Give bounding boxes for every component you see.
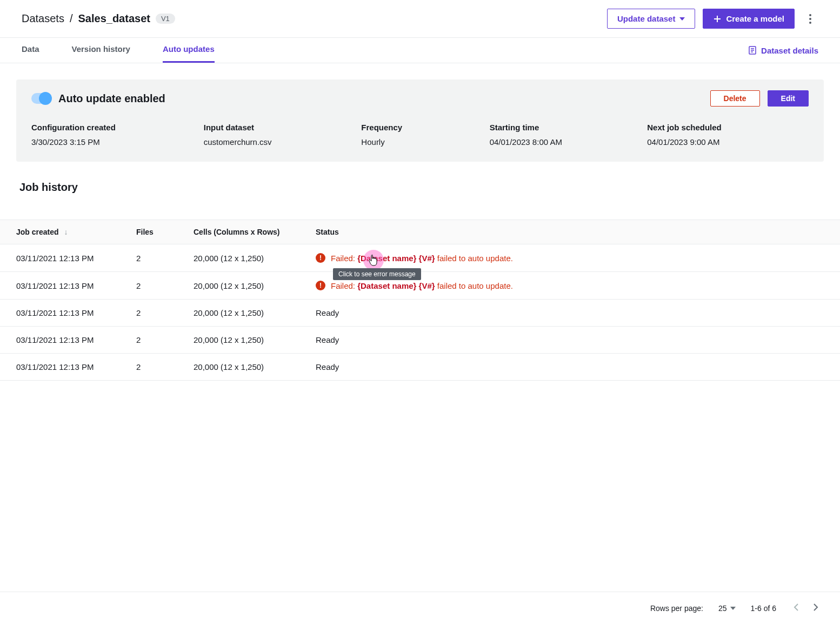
breadcrumb: Datasets / Sales_dataset V1 (22, 12, 175, 25)
col-job-created-label: Job created (16, 228, 59, 236)
cell-job-created: 03/11/2021 12:13 PM (0, 300, 130, 327)
starting-time-value: 04/01/2023 8:00 AM (490, 137, 637, 147)
frequency-value: Hourly (361, 137, 478, 147)
table-row: 03/11/2021 12:13 PM 2 20,000 (12 x 1,250… (0, 327, 840, 354)
cell-status: Ready (309, 354, 840, 381)
cell-files: 2 (130, 327, 187, 354)
page-range: 1-6 of 6 (751, 604, 776, 613)
config-created-label: Configuration created (31, 123, 193, 132)
header-actions: Update dataset Create a model (607, 9, 818, 29)
edit-button[interactable]: Edit (768, 90, 809, 107)
cell-job-created: 03/11/2021 12:13 PM (0, 272, 130, 300)
input-dataset: Input dataset customerchurn.csv (204, 123, 351, 147)
delete-button[interactable]: Delete (710, 90, 760, 107)
input-dataset-label: Input dataset (204, 123, 351, 132)
cell-job-created: 03/11/2021 12:13 PM (0, 327, 130, 354)
status-text: Failed: {Dataset name} {V#} failed to au… (331, 254, 513, 263)
prev-page-button[interactable] (791, 601, 801, 615)
cell-files: 2 (130, 244, 187, 272)
auto-update-card: Auto update enabled Delete Edit Configur… (16, 79, 824, 162)
tabs: Data Version history Auto updates (22, 38, 215, 63)
chevron-left-icon (794, 603, 799, 612)
job-history-table: Job created ↓ Files Cells (Columns x Row… (0, 220, 840, 381)
tab-version-history[interactable]: Version history (72, 38, 130, 63)
status-ready: Ready (316, 362, 339, 371)
next-job-value: 04/01/2023 9:00 AM (647, 137, 809, 147)
status-text: Failed: {Dataset name} {V#} failed to au… (331, 281, 513, 290)
version-badge: V1 (156, 14, 175, 24)
rows-per-page-value: 25 (718, 604, 727, 613)
cell-files: 2 (130, 272, 187, 300)
cell-files: 2 (130, 354, 187, 381)
rows-per-page-label: Rows per page: (650, 604, 703, 613)
tab-data[interactable]: Data (22, 38, 39, 63)
starting-time: Starting time 04/01/2023 8:00 AM (490, 123, 637, 147)
table-row: 03/11/2021 12:13 PM 2 20,000 (12 x 1,250… (0, 354, 840, 381)
cell-cells: 20,000 (12 x 1,250) (187, 244, 309, 272)
breadcrumb-current: Sales_dataset (78, 12, 150, 25)
chevron-right-icon (813, 603, 818, 612)
page-header: Datasets / Sales_dataset V1 Update datas… (0, 0, 840, 38)
update-dataset-label: Update dataset (617, 14, 676, 23)
breadcrumb-parent[interactable]: Datasets (22, 12, 64, 25)
job-history-title: Job history (19, 181, 824, 194)
update-dataset-button[interactable]: Update dataset (607, 9, 696, 29)
auto-update-title: Auto update enabled (58, 92, 165, 105)
document-icon (748, 46, 757, 55)
cell-cells: 20,000 (12 x 1,250) (187, 354, 309, 381)
tab-auto-updates[interactable]: Auto updates (163, 38, 215, 63)
config-created-value: 3/30/2023 3:15 PM (31, 137, 193, 147)
col-job-created[interactable]: Job created ↓ (0, 220, 130, 244)
error-tooltip: Click to see error message (333, 268, 421, 280)
table-row: 03/11/2021 12:13 PM 2 20,000 (12 x 1,250… (0, 244, 840, 272)
svg-point-2 (809, 22, 811, 24)
status-failed-link[interactable]: ! Failed: {Dataset name} {V#} failed to … (316, 281, 834, 290)
rows-per-page-select[interactable]: 25 (718, 604, 736, 613)
sort-down-icon: ↓ (64, 228, 68, 236)
error-icon: ! (316, 281, 325, 290)
status-ready: Ready (316, 335, 339, 344)
tabs-row: Data Version history Auto updates Datase… (0, 38, 840, 63)
cell-status: Ready (309, 327, 840, 354)
dataset-details-link[interactable]: Dataset details (748, 46, 818, 55)
more-options-button[interactable] (802, 10, 818, 28)
content: Auto update enabled Delete Edit Configur… (0, 63, 840, 220)
create-model-label: Create a model (726, 14, 784, 23)
next-job: Next job scheduled 04/01/2023 9:00 AM (647, 123, 809, 147)
cell-cells: 20,000 (12 x 1,250) (187, 300, 309, 327)
svg-point-0 (809, 14, 811, 16)
status-ready: Ready (316, 308, 339, 317)
config-grid: Configuration created 3/30/2023 3:15 PM … (31, 123, 809, 147)
cell-status: ! Failed: {Dataset name} {V#} failed to … (309, 244, 840, 272)
breadcrumb-separator: / (70, 12, 73, 25)
dataset-details-label: Dataset details (761, 46, 818, 55)
col-cells[interactable]: Cells (Columns x Rows) (187, 220, 309, 244)
input-dataset-value: customerchurn.csv (204, 137, 351, 147)
frequency-label: Frequency (361, 123, 478, 132)
caret-down-icon (730, 607, 736, 610)
auto-update-toggle[interactable] (31, 93, 51, 104)
next-job-label: Next job scheduled (647, 123, 809, 132)
create-model-button[interactable]: Create a model (703, 9, 795, 29)
status-failed-link[interactable]: ! Failed: {Dataset name} {V#} failed to … (316, 253, 834, 263)
cell-cells: 20,000 (12 x 1,250) (187, 272, 309, 300)
frequency: Frequency Hourly (361, 123, 478, 147)
cell-cells: 20,000 (12 x 1,250) (187, 327, 309, 354)
starting-time-label: Starting time (490, 123, 637, 132)
cell-files: 2 (130, 300, 187, 327)
cell-job-created: 03/11/2021 12:13 PM (0, 354, 130, 381)
svg-point-1 (809, 18, 811, 20)
cell-status: Ready (309, 300, 840, 327)
table-row: 03/11/2021 12:13 PM 2 20,000 (12 x 1,250… (0, 300, 840, 327)
cell-job-created: 03/11/2021 12:13 PM (0, 244, 130, 272)
table-footer: Rows per page: 25 1-6 of 6 (0, 592, 840, 624)
config-created: Configuration created 3/30/2023 3:15 PM (31, 123, 193, 147)
next-page-button[interactable] (811, 601, 821, 615)
kebab-icon (809, 14, 811, 24)
plus-icon (713, 15, 722, 23)
error-icon: ! (316, 253, 325, 263)
col-status[interactable]: Status (309, 220, 840, 244)
col-files[interactable]: Files (130, 220, 187, 244)
caret-down-icon (679, 17, 685, 21)
